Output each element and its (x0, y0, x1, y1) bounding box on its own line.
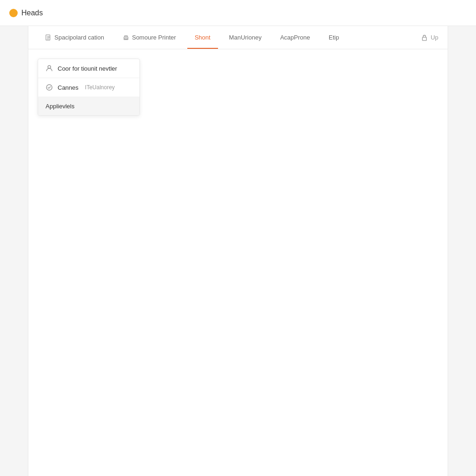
tab-somoure[interactable]: Somoure Printer (115, 26, 184, 49)
panel-item-coor-label: Coor for tiounit nevtler (58, 65, 117, 72)
svg-point-4 (48, 66, 51, 68)
panel-item-cannes-label: Cannes (58, 84, 79, 91)
lock-icon (421, 34, 428, 41)
panel-item-coor[interactable]: Coor for tiounit nevtler (38, 59, 139, 78)
main-container: Spacipolard cation Somoure Printer Shont… (28, 26, 448, 476)
panel-item-cannes-sublabel: ITeUalnorey (85, 84, 115, 91)
nav-right-item[interactable]: Up (421, 34, 438, 41)
nav-tabs: Spacipolard cation Somoure Printer Shont… (28, 26, 448, 49)
svg-rect-3 (423, 37, 427, 40)
logo-icon (9, 9, 18, 17)
tab-shont[interactable]: Shont (187, 26, 218, 49)
tab-acap-prone[interactable]: AcapProne (273, 26, 317, 49)
panel-item-applievlels[interactable]: Applievlels (38, 97, 139, 115)
header-logo: Heads (9, 9, 43, 17)
tab-spacipolard[interactable]: Spacipolard cation (38, 26, 112, 49)
printer-icon (123, 34, 129, 41)
person-icon (46, 65, 53, 72)
panel-item-cannes[interactable]: Cannes ITeUalnorey (38, 78, 139, 97)
dropdown-panel: Coor for tiounit nevtler Cannes ITeUalno… (38, 59, 140, 116)
panel-item-applievlels-label: Applievlels (46, 103, 74, 110)
document-icon (45, 34, 52, 41)
tab-etip[interactable]: Etip (321, 26, 346, 49)
svg-rect-2 (125, 38, 127, 39)
tab-manturioney[interactable]: ManUrioney (222, 26, 269, 49)
header-bar: Heads (0, 0, 476, 26)
content-area: Coor for tiounit nevtler Cannes ITeUalno… (28, 49, 448, 125)
app-title: Heads (21, 9, 43, 17)
check-circle-icon (46, 84, 53, 91)
